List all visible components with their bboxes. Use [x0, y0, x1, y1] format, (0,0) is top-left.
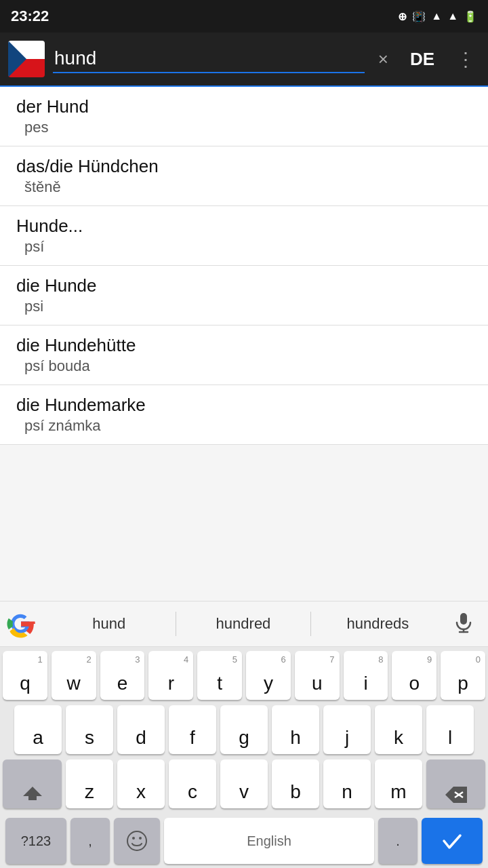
svg-point-11	[139, 837, 142, 840]
key-f[interactable]: f	[169, 705, 216, 754]
status-icons: ⊕ 📳 ▲ ▲ 🔋	[398, 10, 477, 23]
result-translation-2: psí	[16, 238, 472, 256]
key-a[interactable]: a	[14, 705, 62, 754]
result-translation-0: pes	[16, 119, 472, 136]
key-q[interactable]: 1q	[3, 651, 47, 700]
bottom-bar: ?123 , English .	[0, 814, 488, 868]
suggestion-hundred[interactable]: hundred	[176, 610, 310, 638]
result-main-2: Hunde...	[16, 216, 472, 237]
keyboard-area: hund hundred hundreds 1q 2w 3e 4r 5t 6y …	[0, 601, 488, 868]
key-n[interactable]: n	[323, 760, 371, 808]
key-d[interactable]: d	[117, 705, 165, 754]
result-translation-3: psi	[16, 298, 472, 315]
key-v[interactable]: v	[220, 760, 268, 808]
result-item-1[interactable]: das/die Hündchen štěně	[0, 146, 488, 206]
key-x[interactable]: x	[117, 760, 165, 808]
shift-icon	[23, 784, 42, 803]
key-o[interactable]: 9o	[392, 651, 436, 700]
svg-point-9	[127, 831, 146, 850]
search-input[interactable]	[53, 45, 365, 72]
result-item-4[interactable]: die Hundehütte psí bouda	[0, 326, 488, 385]
key-period[interactable]: .	[378, 818, 418, 864]
status-time: 23:22	[11, 7, 49, 25]
key-j[interactable]: j	[323, 705, 371, 754]
key-num-symbol[interactable]: ?123	[5, 818, 66, 864]
keyboard-row-2: a s d f g h j k l	[3, 705, 485, 754]
key-g[interactable]: g	[220, 705, 268, 754]
search-bar: × DE ⋮	[0, 33, 488, 87]
key-z[interactable]: z	[66, 760, 113, 808]
mic-icon	[453, 612, 474, 633]
result-item-3[interactable]: die Hunde psi	[0, 266, 488, 326]
key-backspace[interactable]	[426, 760, 485, 808]
key-w[interactable]: 2w	[52, 651, 96, 700]
result-translation-4: psí bouda	[16, 357, 472, 375]
mic-button[interactable]	[445, 606, 483, 642]
result-item-0[interactable]: der Hund pes	[0, 87, 488, 146]
key-i[interactable]: 8i	[344, 651, 388, 700]
result-main-4: die Hundehütte	[16, 335, 472, 356]
clear-button[interactable]: ×	[373, 43, 394, 75]
result-item-5[interactable]: die Hundemarke psí známka	[0, 385, 488, 445]
vibrate-icon: 📳	[412, 10, 426, 23]
backspace-icon	[445, 787, 467, 803]
suggestion-hund[interactable]: hund	[42, 610, 176, 638]
result-main-1: das/die Hündchen	[16, 156, 472, 177]
key-r[interactable]: 4r	[148, 651, 193, 700]
key-p[interactable]: 0p	[441, 651, 485, 700]
result-translation-5: psí známka	[16, 417, 472, 435]
result-item-2[interactable]: Hunde... psí	[0, 206, 488, 266]
suggestions-bar: hund hundred hundreds	[0, 601, 488, 647]
key-u[interactable]: 7u	[295, 651, 340, 700]
keyboard-row-3: z x c v b n m	[3, 760, 485, 808]
result-main-3: die Hunde	[16, 275, 472, 296]
result-main-5: die Hundemarke	[16, 395, 472, 416]
key-enter[interactable]	[422, 818, 483, 864]
svg-marker-6	[23, 787, 42, 800]
svg-rect-3	[460, 613, 467, 625]
key-t[interactable]: 5t	[197, 651, 242, 700]
key-m[interactable]: m	[375, 760, 422, 808]
svg-point-10	[132, 837, 135, 840]
key-b[interactable]: b	[272, 760, 319, 808]
sync-icon: ⊕	[398, 10, 407, 23]
checkmark-icon	[439, 827, 466, 854]
search-input-wrapper[interactable]	[53, 45, 365, 73]
battery-icon: 🔋	[464, 10, 477, 23]
key-emoji[interactable]	[114, 818, 160, 864]
google-logo-icon	[5, 608, 37, 639]
wifi-icon: ▲	[431, 10, 442, 22]
more-button[interactable]: ⋮	[451, 43, 480, 76]
signal-icon: ▲	[447, 10, 458, 22]
emoji-icon	[126, 830, 148, 852]
flag-icon	[8, 41, 45, 77]
result-translation-1: štěně	[16, 178, 472, 196]
key-l[interactable]: l	[426, 705, 474, 754]
key-y[interactable]: 6y	[246, 651, 291, 700]
key-shift[interactable]	[3, 760, 62, 808]
key-c[interactable]: c	[169, 760, 216, 808]
key-space[interactable]: English	[164, 818, 374, 864]
search-underline	[53, 72, 365, 73]
lang-button[interactable]: DE	[402, 43, 443, 75]
key-comma[interactable]: ,	[70, 818, 110, 864]
results-list: der Hund pes das/die Hündchen štěně Hund…	[0, 87, 488, 605]
result-main-0: der Hund	[16, 96, 472, 117]
suggestion-hundreds[interactable]: hundreds	[311, 610, 445, 638]
key-s[interactable]: s	[66, 705, 113, 754]
status-bar: 23:22 ⊕ 📳 ▲ ▲ 🔋	[0, 0, 488, 33]
key-k[interactable]: k	[375, 705, 422, 754]
keyboard: 1q 2w 3e 4r 5t 6y 7u 8i 9o 0p a s d f g …	[0, 647, 488, 808]
keyboard-row-1: 1q 2w 3e 4r 5t 6y 7u 8i 9o 0p	[3, 651, 485, 700]
key-h[interactable]: h	[272, 705, 319, 754]
key-e[interactable]: 3e	[100, 651, 145, 700]
